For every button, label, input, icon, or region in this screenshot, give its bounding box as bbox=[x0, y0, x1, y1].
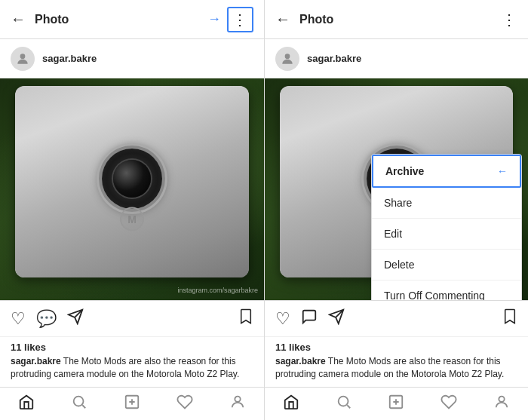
svg-point-3 bbox=[74, 397, 84, 406]
left-nav-home[interactable] bbox=[11, 394, 41, 414]
right-nav-profile[interactable] bbox=[487, 394, 517, 414]
left-bookmark-button[interactable] bbox=[238, 308, 253, 330]
left-comment-button[interactable]: 💬 bbox=[36, 309, 57, 329]
right-header: ← Photo ⋮ bbox=[265, 0, 528, 39]
menu-item-share[interactable]: Share bbox=[372, 188, 521, 219]
left-page-title: Photo bbox=[35, 13, 207, 26]
context-menu: Archive ← Share Edit Delete Turn Off Com… bbox=[371, 154, 522, 300]
menu-item-delete[interactable]: Delete bbox=[372, 250, 521, 281]
svg-point-0 bbox=[20, 54, 26, 59]
left-panel: ← Photo → ⋮ sagar.bakre bbox=[0, 0, 264, 420]
right-username[interactable]: sagar.bakre bbox=[307, 53, 517, 64]
left-back-button[interactable]: ← bbox=[11, 11, 26, 28]
left-nav-activity[interactable] bbox=[170, 394, 200, 414]
svg-point-11 bbox=[499, 397, 504, 402]
left-nav-search[interactable] bbox=[64, 394, 94, 414]
right-caption-area: 11 likes sagar.bakre The Moto Mods are a… bbox=[265, 336, 528, 387]
left-likes-count: 11 likes bbox=[11, 342, 253, 353]
annotation-arrow: → bbox=[207, 11, 221, 27]
left-nav-add[interactable] bbox=[117, 394, 147, 414]
left-nav-profile[interactable] bbox=[223, 394, 253, 414]
svg-point-6 bbox=[285, 54, 290, 59]
left-user-row: sagar.bakre bbox=[0, 39, 264, 78]
right-nav-activity[interactable] bbox=[434, 394, 464, 414]
right-bookmark-button[interactable] bbox=[502, 308, 517, 330]
right-action-bar: ♡ bbox=[265, 300, 528, 336]
left-avatar bbox=[11, 47, 35, 71]
left-camera-outer bbox=[102, 149, 162, 209]
left-moto-logo: M bbox=[119, 206, 146, 232]
svg-point-9 bbox=[338, 397, 348, 406]
right-back-button[interactable]: ← bbox=[275, 11, 290, 28]
left-action-icons: ♡ 💬 bbox=[11, 308, 238, 330]
left-like-button[interactable]: ♡ bbox=[11, 309, 26, 329]
right-more-options-button[interactable]: ⋮ bbox=[502, 11, 517, 29]
left-watermark: instagram.com/sagarbakre bbox=[177, 287, 258, 294]
left-share-button[interactable] bbox=[67, 308, 84, 330]
svg-point-5 bbox=[235, 397, 240, 402]
right-caption-username[interactable]: sagar.bakre bbox=[275, 356, 326, 366]
archive-arrow-annotation: ← bbox=[497, 165, 508, 177]
right-action-icons: ♡ bbox=[275, 308, 502, 330]
right-avatar bbox=[275, 47, 299, 71]
right-photo-area: M instagram.com/sagarbakre Archive ← Sha… bbox=[265, 78, 528, 300]
right-bottom-nav bbox=[265, 387, 528, 420]
left-camera-area bbox=[102, 149, 162, 209]
right-nav-home[interactable] bbox=[276, 394, 306, 414]
menu-item-archive[interactable]: Archive ← bbox=[372, 155, 521, 188]
left-caption-username[interactable]: sagar.bakre bbox=[11, 356, 61, 366]
right-share-button[interactable] bbox=[328, 308, 345, 330]
right-nav-add[interactable] bbox=[381, 394, 411, 414]
right-panel: ← Photo ⋮ sagar.bakre bbox=[264, 0, 528, 420]
right-page-title: Photo bbox=[299, 13, 502, 26]
left-phone-surface: M bbox=[15, 86, 249, 277]
svg-text:M: M bbox=[127, 213, 137, 225]
left-photo-bg: M instagram.com/sagarbakre bbox=[0, 78, 264, 300]
right-likes-count: 11 likes bbox=[275, 342, 517, 353]
right-user-row: sagar.bakre bbox=[265, 39, 528, 78]
left-header: ← Photo → ⋮ bbox=[0, 0, 264, 39]
left-phone-mockup: M bbox=[15, 86, 249, 277]
left-username[interactable]: sagar.bakre bbox=[42, 53, 253, 64]
left-caption-area: 11 likes sagar.bakre The Moto Mods are a… bbox=[0, 336, 264, 387]
right-like-button[interactable]: ♡ bbox=[275, 309, 290, 329]
right-comment-button[interactable] bbox=[301, 308, 318, 330]
right-user-icon bbox=[280, 51, 295, 66]
left-more-options-button[interactable]: ⋮ bbox=[227, 7, 253, 32]
left-action-bar: ♡ 💬 bbox=[0, 300, 264, 336]
menu-item-edit[interactable]: Edit bbox=[372, 219, 521, 250]
left-photo-area: M instagram.com/sagarbakre bbox=[0, 78, 264, 300]
left-bottom-nav bbox=[0, 387, 264, 420]
menu-item-turn-off-commenting[interactable]: Turn Off Commenting bbox=[372, 281, 521, 300]
right-caption-text: sagar.bakre The Moto Mods are also the r… bbox=[275, 355, 517, 381]
user-icon bbox=[15, 51, 30, 66]
right-nav-search[interactable] bbox=[329, 394, 359, 414]
left-caption-text: sagar.bakre The Moto Mods are also the r… bbox=[11, 355, 253, 381]
left-camera-inner bbox=[113, 160, 151, 198]
